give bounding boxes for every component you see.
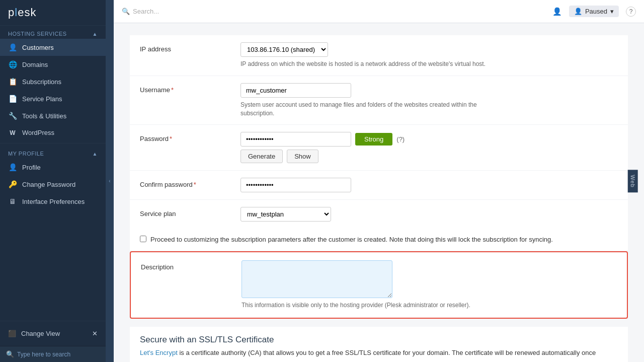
topbar-icons: 👤 👤 Paused ▾ ? <box>552 6 636 17</box>
ip-address-hint: IP address on which the website is hoste… <box>240 60 492 68</box>
sidebar-item-label: Service Plans <box>22 95 62 103</box>
sidebar-item-label: Profile <box>22 164 41 171</box>
domains-icon: 🌐 <box>8 60 17 68</box>
ssl-section: Secure with an SSL/TLS Certificate Let's… <box>130 327 628 362</box>
change-view-icon: ⬛ <box>8 330 16 337</box>
hosting-services-label: Hosting Services <box>8 31 67 37</box>
sidebar-section-my-profile[interactable]: My Profile ▲ <box>0 146 106 159</box>
customers-icon: 👤 <box>8 43 17 51</box>
change-view-item[interactable]: ⬛ Change View ✕ <box>8 326 98 341</box>
confirm-password-label: Confirm password* <box>140 178 230 188</box>
show-password-button[interactable]: Show <box>287 150 318 163</box>
sidebar-item-label: Customers <box>22 44 54 51</box>
search-icon: 🔍 <box>6 350 14 358</box>
username-label: Username* <box>140 83 230 94</box>
service-plan-label: Service plan <box>140 207 230 218</box>
sidebar-bottom: ⬛ Change View ✕ <box>0 321 106 346</box>
ip-address-select[interactable]: 103.86.176.10 (shared) <box>240 42 328 57</box>
ssl-title: Secure with an SSL/TLS Certificate <box>140 335 618 345</box>
help-icon[interactable]: ? <box>626 7 636 17</box>
description-section: Description This information is visible … <box>130 251 628 319</box>
sidebar-search: 🔍 <box>0 346 106 362</box>
customize-checkbox[interactable] <box>140 236 146 242</box>
username-input[interactable] <box>240 83 351 98</box>
paused-label: Paused <box>585 8 607 15</box>
change-view-label: Change View <box>21 330 60 337</box>
sidebar-item-label: Domains <box>22 61 48 68</box>
my-profile-chevron-icon: ▲ <box>93 151 98 157</box>
sidebar-item-customers[interactable]: 👤 Customers <box>0 39 106 56</box>
confirm-password-controls <box>240 178 618 192</box>
change-password-icon: 🔑 <box>8 180 17 188</box>
topbar-user-button[interactable]: 👤 Paused ▾ <box>569 6 619 17</box>
sidebar-item-wordpress[interactable]: W WordPress <box>0 124 106 141</box>
sidebar-section-hosting[interactable]: Hosting Services ▲ <box>0 26 106 39</box>
username-row: Username* System user account used to ma… <box>130 76 628 125</box>
description-right: This information is visible only to the … <box>242 260 617 310</box>
password-buttons: Generate Show <box>240 150 618 163</box>
content-area: IP address 103.86.176.10 (shared) IP add… <box>114 23 644 362</box>
ip-address-controls: 103.86.176.10 (shared) IP address on whi… <box>240 42 618 68</box>
sidebar: plesk Hosting Services ▲ 👤 Customers 🌐 D… <box>0 0 106 362</box>
username-hint: System user account used to manage files… <box>240 101 492 118</box>
topbar-search-input[interactable] <box>133 8 373 15</box>
password-hint-symbol: (?) <box>396 135 405 143</box>
ip-select-container: 103.86.176.10 (shared) <box>240 42 618 57</box>
password-input-row: Strong (?) <box>240 132 618 147</box>
password-controls: Strong (?) Generate Show <box>240 132 618 163</box>
username-controls: System user account used to manage files… <box>240 83 618 118</box>
sidebar-item-tools-utilities[interactable]: 🔧 Tools & Utilities <box>0 107 106 124</box>
description-hint: This information is visible only to the … <box>242 301 493 310</box>
topbar-search-icon: 🔍 <box>122 8 130 15</box>
ip-address-label: IP address <box>140 42 230 53</box>
wordpress-icon: W <box>8 129 17 136</box>
sidebar-item-label: Change Password <box>22 181 75 188</box>
service-plan-row: Service plan mw_testplan <box>130 200 628 229</box>
interface-icon: 🖥 <box>8 197 17 205</box>
my-profile-label: My Profile <box>8 151 44 157</box>
main-area: 🔍 👤 👤 Paused ▾ ? IP address 103.86.176.1… <box>114 0 644 362</box>
tools-icon: 🔧 <box>8 112 17 120</box>
description-inner: Description This information is visible … <box>141 260 617 310</box>
subscriptions-icon: 📋 <box>8 78 17 86</box>
customize-checkbox-label: Proceed to customizing the subscription … <box>150 235 553 245</box>
ip-address-row: IP address 103.86.176.10 (shared) IP add… <box>130 35 628 76</box>
user-avatar: 👤 <box>574 8 582 15</box>
password-strength-badge: Strong <box>355 133 392 146</box>
sidebar-search-input[interactable] <box>17 351 100 358</box>
confirm-password-row: Confirm password* <box>130 171 628 200</box>
ssl-hint-text: is a certificate authority (CA) that all… <box>179 349 596 356</box>
sidebar-logo: plesk <box>0 0 106 26</box>
sidebar-item-label: Tools & Utilities <box>22 112 66 120</box>
user-chevron-icon: ▾ <box>610 8 614 15</box>
sidebar-collapse-button[interactable]: ‹ <box>106 0 114 362</box>
sidebar-item-profile[interactable]: 👤 Profile <box>0 159 106 176</box>
sidebar-item-label: Interface Preferences <box>22 198 85 205</box>
sidebar-item-label: Subscriptions <box>22 78 61 86</box>
description-textarea[interactable] <box>242 260 392 298</box>
description-label: Description <box>141 260 231 271</box>
hosting-chevron-icon: ▲ <box>93 31 98 37</box>
service-plan-controls: mw_testplan <box>240 207 618 222</box>
password-label: Password* <box>140 132 230 142</box>
service-plans-icon: 📄 <box>8 95 17 103</box>
generate-password-button[interactable]: Generate <box>240 150 283 163</box>
form-section: IP address 103.86.176.10 (shared) IP add… <box>130 35 628 229</box>
topbar: 🔍 👤 👤 Paused ▾ ? <box>114 0 644 23</box>
close-icon[interactable]: ✕ <box>92 330 98 337</box>
password-input[interactable] <box>240 132 351 147</box>
ssl-hint: Let's Encrypt is a certificate authority… <box>140 349 618 356</box>
sidebar-item-subscriptions[interactable]: 📋 Subscriptions <box>0 73 106 90</box>
lets-encrypt-link[interactable]: Let's Encrypt <box>140 349 178 356</box>
sidebar-item-service-plans[interactable]: 📄 Service Plans <box>0 90 106 107</box>
sidebar-item-domains[interactable]: 🌐 Domains <box>0 56 106 73</box>
confirm-password-input[interactable] <box>240 178 351 192</box>
topbar-search-container: 🔍 <box>122 8 373 15</box>
web-tab[interactable]: Web <box>627 170 637 192</box>
profile-icon: 👤 <box>8 163 17 171</box>
user-icon[interactable]: 👤 <box>552 7 562 16</box>
sidebar-item-change-password[interactable]: 🔑 Change Password <box>0 176 106 193</box>
service-plan-select[interactable]: mw_testplan <box>240 207 331 222</box>
customize-checkbox-row: Proceed to customizing the subscription … <box>130 229 628 251</box>
sidebar-item-interface-preferences[interactable]: 🖥 Interface Preferences <box>0 193 106 210</box>
